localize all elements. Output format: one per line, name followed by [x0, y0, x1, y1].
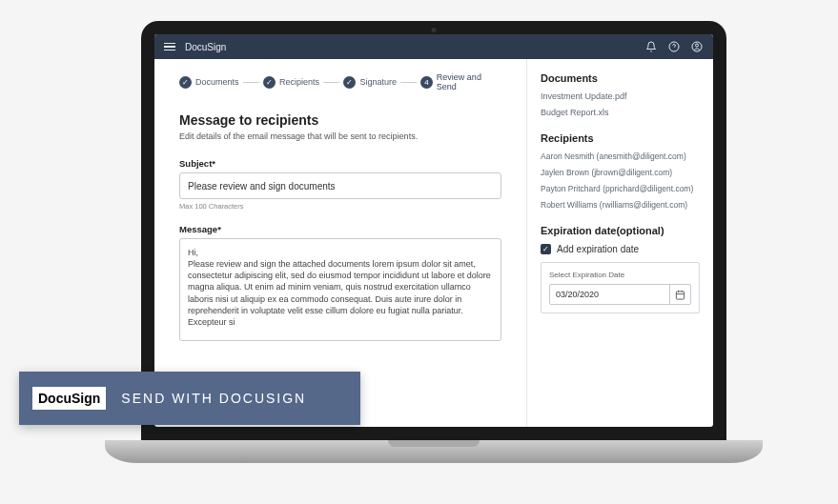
- checkbox-checked-icon: ✓: [541, 244, 551, 254]
- user-avatar-icon[interactable]: [690, 40, 704, 53]
- date-label: Select Expiration Date: [549, 271, 691, 279]
- sidebar-panel: Documents Investment Update.pdf Budget R…: [526, 59, 713, 427]
- checkbox-label: Add expiration date: [557, 244, 639, 254]
- step-number-icon: 4: [420, 76, 433, 89]
- page-subtitle: Edit details of the email message that w…: [179, 131, 501, 141]
- check-icon: ✓: [179, 76, 192, 89]
- date-input[interactable]: 03/20/2020: [549, 284, 691, 305]
- svg-point-3: [696, 44, 699, 47]
- subject-label: Subject*: [179, 158, 501, 169]
- date-picker-box: Select Expiration Date 03/20/2020: [541, 262, 700, 313]
- docusign-logo: DocuSign: [32, 387, 106, 410]
- camera-dot: [432, 28, 437, 32]
- top-bar: DocuSign: [154, 34, 713, 59]
- recipient-item: Robert Williams (rwilliams@diligent.com): [541, 200, 700, 210]
- step-label: Signature: [359, 77, 397, 87]
- check-icon: ✓: [263, 76, 276, 89]
- app-title: DocuSign: [185, 42, 226, 52]
- progress-stepper: ✓ Documents ✓ Recipients ✓ Signature: [179, 72, 501, 91]
- subject-helper: Max 100 Characters: [179, 202, 501, 211]
- step-recipients[interactable]: ✓ Recipients: [263, 76, 319, 89]
- step-connector: [323, 82, 339, 83]
- svg-rect-4: [676, 291, 684, 298]
- step-connector: [400, 82, 417, 83]
- send-with-docusign-banner[interactable]: DocuSign SEND WITH DOCUSIGN: [19, 372, 360, 425]
- step-label: Review and Send: [437, 72, 501, 91]
- laptop-base: [105, 440, 763, 463]
- banner-text: SEND WITH DOCUSIGN: [121, 391, 306, 406]
- hamburger-icon[interactable]: [164, 43, 175, 51]
- add-expiration-checkbox[interactable]: ✓ Add expiration date: [541, 244, 700, 254]
- step-connector: [243, 82, 259, 83]
- expiration-section: Expiration date(optional) ✓ Add expirati…: [541, 225, 700, 313]
- step-signature[interactable]: ✓ Signature: [343, 76, 397, 89]
- message-input[interactable]: [179, 238, 501, 341]
- documents-section: Documents Investment Update.pdf Budget R…: [541, 72, 700, 117]
- calendar-icon[interactable]: [669, 285, 690, 304]
- document-item[interactable]: Investment Update.pdf: [541, 91, 700, 101]
- page-title: Message to recipients: [179, 112, 501, 128]
- message-label: Message*: [179, 224, 501, 234]
- step-documents[interactable]: ✓ Documents: [179, 76, 239, 89]
- recipient-item: Aaron Nesmith (anesmith@diligent.com): [541, 151, 700, 161]
- subject-input[interactable]: [179, 172, 501, 199]
- recipient-item: Payton Pritchard (pprichard@diligent.com…: [541, 184, 700, 193]
- date-value: 03/20/2020: [550, 290, 669, 299]
- step-label: Documents: [195, 77, 239, 87]
- recipient-item: Jaylen Brown (jbrown@diligent.com): [541, 168, 700, 177]
- recipients-section: Recipients Aaron Nesmith (anesmith@dilig…: [541, 132, 700, 210]
- bell-icon[interactable]: [644, 40, 658, 53]
- check-icon: ✓: [343, 76, 356, 89]
- help-icon[interactable]: [667, 40, 681, 53]
- documents-title: Documents: [541, 72, 700, 84]
- recipients-title: Recipients: [541, 132, 700, 144]
- document-item[interactable]: Budget Report.xls: [541, 108, 700, 117]
- step-review-send[interactable]: 4 Review and Send: [420, 72, 501, 91]
- app-screen: DocuSign ✓: [154, 34, 713, 427]
- expiration-title: Expiration date(optional): [541, 225, 700, 236]
- step-label: Recipients: [279, 77, 319, 87]
